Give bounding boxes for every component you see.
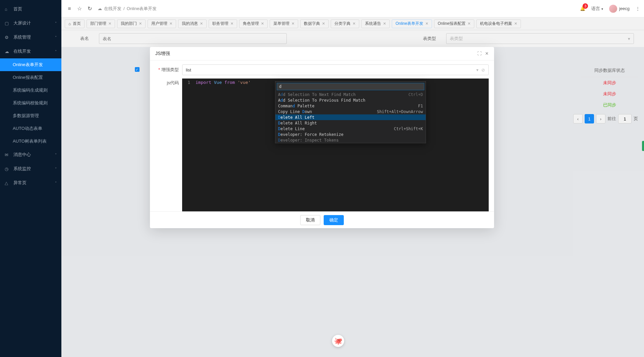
- sidebar-subitem[interactable]: 系统编码生成规则: [0, 84, 61, 97]
- palette-item[interactable]: Add Selection To Previous Find Match: [275, 97, 426, 103]
- sidebar-subitem[interactable]: Online表单开发: [0, 58, 61, 71]
- sidebar-subitem[interactable]: Online报表配置: [0, 71, 61, 84]
- chevron-down-icon: ˅: [55, 181, 57, 185]
- chevron-down-icon: ˅: [55, 21, 57, 25]
- palette-item[interactable]: Developer: Force Retokenize: [275, 132, 426, 137]
- sidebar-item[interactable]: ⚙系统管理˅: [0, 30, 61, 44]
- modal-footer: 取消 确定: [150, 211, 494, 228]
- palette-keybinding: Ctrl+Shift+K: [394, 126, 423, 131]
- sidebar-item[interactable]: ☁在线开发˄: [0, 44, 61, 58]
- user-menu[interactable]: jeecg: [609, 5, 630, 13]
- editor-gutter: 1: [182, 79, 193, 211]
- palette-item[interactable]: Developer: Inspect Tokens: [275, 137, 426, 143]
- palette-keybinding: Ctrl+D: [409, 92, 423, 97]
- code-editor[interactable]: 1 import Vue from 'vue' d Add Selection …: [182, 79, 489, 211]
- cloud-icon: ☁: [98, 6, 102, 11]
- right-edge-handle[interactable]: [642, 141, 644, 151]
- modal-header: JS增强 ⛶ ✕: [150, 47, 494, 60]
- sidebar-item-icon: ✉: [5, 152, 10, 157]
- breadcrumb-current: Online表单开发: [127, 6, 157, 12]
- palette-item[interactable]: Delete All Left: [275, 114, 426, 120]
- avatar: [609, 5, 617, 13]
- chevron-down-icon: ˅: [55, 167, 57, 171]
- sidebar-item-icon: ▢: [5, 21, 10, 26]
- breadcrumb-segment[interactable]: 在线开发: [104, 6, 121, 12]
- sidebar-subitem[interactable]: AUTO树表单列表: [0, 135, 61, 148]
- sidebar-item-icon: ☁: [5, 49, 10, 54]
- sidebar-item-icon: ⌂: [5, 7, 10, 12]
- palette-item[interactable]: Delete All Right: [275, 120, 426, 126]
- palette-keybinding: Shift+Alt+DownArrow: [377, 109, 423, 114]
- modal-js-enhance: JS增强 ⛶ ✕ *增强类型 list ▾⊘ js代码 1 import Vue…: [150, 47, 494, 228]
- palette-item[interactable]: Copy Line DownShift+Alt+DownArrow: [275, 109, 426, 114]
- palette-item[interactable]: Delete LineCtrl+Shift+K: [275, 126, 426, 132]
- sidebar: ⌂首页▢大屏设计˅⚙系统管理˅☁在线开发˄Online表单开发Online报表配…: [0, 0, 61, 357]
- chevron-down-icon: ▾: [476, 67, 479, 72]
- palette-item[interactable]: Command PaletteF1: [275, 103, 426, 109]
- chevron-up-icon: ˄: [55, 50, 57, 53]
- enhance-type-select[interactable]: list ▾⊘: [182, 64, 489, 75]
- sidebar-item[interactable]: ◷系统监控˅: [0, 162, 61, 176]
- sidebar-item-icon: △: [5, 181, 10, 186]
- js-code-label: js代码: [155, 79, 179, 211]
- sidebar-item[interactable]: ✉消息中心˅: [0, 148, 61, 162]
- language-selector[interactable]: 语言 ▾: [591, 6, 603, 12]
- sidebar-item-label: 大屏设计: [13, 20, 31, 26]
- chevron-down-icon: ˅: [55, 36, 57, 39]
- menu-toggle-icon[interactable]: ≡: [65, 6, 73, 12]
- ok-button[interactable]: 确定: [324, 215, 344, 225]
- sidebar-item-label: 系统监控: [13, 166, 31, 172]
- sidebar-item-label: 在线开发: [13, 48, 31, 54]
- refresh-icon[interactable]: ↻: [86, 5, 94, 12]
- more-icon[interactable]: ⋮: [636, 6, 640, 11]
- fullscreen-icon[interactable]: ⛶: [477, 51, 482, 56]
- sidebar-item-icon: ⚙: [5, 35, 10, 40]
- sidebar-item-icon: ◷: [5, 166, 10, 171]
- close-icon[interactable]: ✕: [485, 51, 489, 56]
- palette-item[interactable]: Add Selection To Next Find MatchCtrl+D: [275, 92, 426, 97]
- sidebar-item-label: 消息中心: [13, 152, 31, 158]
- sidebar-item-label: 系统管理: [13, 34, 31, 40]
- sidebar-subitem[interactable]: 系统编码校验规则: [0, 97, 61, 109]
- sidebar-item[interactable]: △异常页˅: [0, 176, 61, 190]
- sidebar-item-label: 首页: [13, 6, 22, 12]
- sidebar-item[interactable]: ⌂首页: [0, 2, 61, 16]
- star-icon[interactable]: ☆: [75, 5, 84, 12]
- breadcrumb-sep: /: [123, 6, 125, 11]
- clear-icon[interactable]: ⊘: [481, 67, 485, 72]
- editor-body[interactable]: import Vue from 'vue' d Add Selection To…: [193, 79, 489, 211]
- sidebar-item-label: 异常页: [13, 180, 26, 186]
- command-palette: d Add Selection To Next Find MatchCtrl+D…: [275, 81, 426, 143]
- sidebar-subitem[interactable]: 多数据源管理: [0, 109, 61, 122]
- palette-input[interactable]: d: [277, 83, 424, 90]
- notifications-icon[interactable]: 🔔3: [580, 6, 585, 11]
- topbar: ≡ ☆ ↻ ☁ 在线开发 / Online表单开发 🔔3 语言 ▾ jeecg …: [61, 0, 644, 17]
- sidebar-subitem[interactable]: AUTO动态表单: [0, 122, 61, 135]
- enhance-type-label: *增强类型: [155, 67, 179, 73]
- chevron-down-icon: ▾: [601, 7, 603, 11]
- breadcrumb: ☁ 在线开发 / Online表单开发: [98, 6, 157, 12]
- modal-title: JS增强: [155, 51, 170, 57]
- notification-count: 3: [583, 3, 588, 9]
- cancel-button[interactable]: 取消: [300, 215, 320, 225]
- github-icon[interactable]: 🐙: [332, 335, 344, 347]
- chevron-down-icon: ˅: [55, 153, 57, 157]
- palette-keybinding: F1: [418, 104, 423, 108]
- sidebar-item[interactable]: ▢大屏设计˅: [0, 16, 61, 30]
